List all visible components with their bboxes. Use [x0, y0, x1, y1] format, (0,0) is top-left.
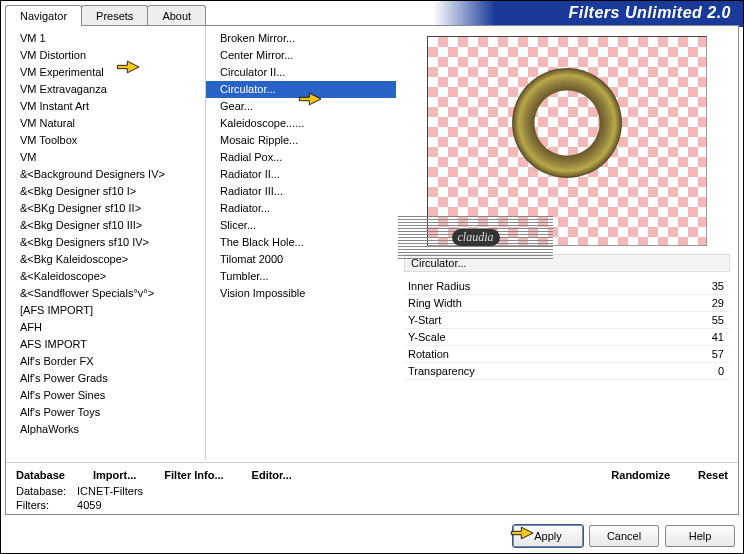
- list-item[interactable]: Alf's Border FX: [6, 353, 205, 370]
- param-label: Transparency: [404, 365, 475, 377]
- list-item[interactable]: VM Toolbox: [6, 132, 205, 149]
- param-row[interactable]: Transparency0: [404, 363, 730, 380]
- param-value: 55: [712, 314, 730, 326]
- param-label: Y-Scale: [404, 331, 446, 343]
- list-item[interactable]: VM Distortion: [6, 47, 205, 64]
- footer-buttons: Apply Cancel Help: [513, 525, 735, 547]
- list-item[interactable]: VM Instant Art: [6, 98, 205, 115]
- list-item[interactable]: Mosaic Ripple...: [206, 132, 396, 149]
- list-item[interactable]: AFH: [6, 319, 205, 336]
- main-panel: VM 1VM DistortionVM ExperimentalVM Extra…: [5, 25, 739, 515]
- status-filters-label: Filters:: [16, 498, 74, 512]
- bottom-toolbar: DatabaseImport...Filter Info...Editor...…: [6, 462, 738, 514]
- list-item[interactable]: Vision Impossible: [206, 285, 396, 302]
- parameter-list: Inner Radius35Ring Width29Y-Start55Y-Sca…: [404, 278, 730, 380]
- list-item[interactable]: Radiator II...: [206, 166, 396, 183]
- tab-about[interactable]: About: [147, 5, 206, 26]
- list-item[interactable]: Broken Mirror...: [206, 30, 396, 47]
- list-item[interactable]: &<Sandflower Specials°v°>: [6, 285, 205, 302]
- preview-canvas: claudia: [427, 36, 707, 246]
- watermark-text: claudia: [452, 229, 500, 246]
- list-item[interactable]: &<Kaleidoscope>: [6, 268, 205, 285]
- toolbar-action[interactable]: Database: [16, 469, 65, 481]
- list-item[interactable]: Tilomat 2000: [206, 251, 396, 268]
- pointer-icon: [297, 89, 325, 109]
- list-item[interactable]: &<Bkg Designer sf10 I>: [6, 183, 205, 200]
- param-row[interactable]: Y-Start55: [404, 312, 730, 329]
- list-item[interactable]: VM Natural: [6, 115, 205, 132]
- list-item[interactable]: Slicer...: [206, 217, 396, 234]
- list-item[interactable]: &<Bkg Designer sf10 III>: [6, 217, 205, 234]
- param-value: 41: [712, 331, 730, 343]
- pointer-icon: [509, 523, 537, 543]
- preview-panel: claudia Circulator... Inner Radius35Ring…: [396, 26, 738, 460]
- param-value: 35: [712, 280, 730, 292]
- list-item[interactable]: &<Background Designers IV>: [6, 166, 205, 183]
- toolbar-action[interactable]: Filter Info...: [164, 469, 223, 481]
- list-item[interactable]: AFS IMPORT: [6, 336, 205, 353]
- tab-navigator[interactable]: Navigator: [5, 5, 82, 26]
- status-db-label: Database:: [16, 484, 74, 498]
- status-bar: Database: ICNET-Filters Filters: 4059: [16, 484, 143, 512]
- list-item[interactable]: Alf's Power Grads: [6, 370, 205, 387]
- list-item[interactable]: VM 1: [6, 30, 205, 47]
- param-row[interactable]: Y-Scale41: [404, 329, 730, 346]
- param-value: 0: [718, 365, 730, 377]
- list-item[interactable]: Radiator III...: [206, 183, 396, 200]
- tab-bar: NavigatorPresetsAbout: [5, 5, 205, 26]
- list-item[interactable]: Kaleidoscope......: [206, 115, 396, 132]
- param-row[interactable]: Ring Width29: [404, 295, 730, 312]
- list-item[interactable]: VM Experimental: [6, 64, 205, 81]
- param-label: Inner Radius: [404, 280, 470, 292]
- toolbar-action[interactable]: Import...: [93, 469, 136, 481]
- list-item[interactable]: VM: [6, 149, 205, 166]
- watermark: claudia: [398, 215, 553, 259]
- list-item[interactable]: VM Extravaganza: [6, 81, 205, 98]
- list-item[interactable]: Circulator II...: [206, 64, 396, 81]
- toolbar-action[interactable]: Randomize: [611, 469, 670, 481]
- list-item[interactable]: &<BKg Designer sf10 II>: [6, 200, 205, 217]
- param-label: Rotation: [404, 348, 449, 360]
- app-banner: Filters Unlimited 2.0: [433, 1, 743, 27]
- pointer-icon: [115, 57, 143, 77]
- toolbar-action[interactable]: Reset: [698, 469, 728, 481]
- toolbar-action[interactable]: Editor...: [252, 469, 292, 481]
- list-item[interactable]: Radial Pox...: [206, 149, 396, 166]
- list-item[interactable]: Radiator...: [206, 200, 396, 217]
- param-label: Y-Start: [404, 314, 441, 326]
- list-item[interactable]: &<Bkg Designers sf10 IV>: [6, 234, 205, 251]
- list-item[interactable]: Alf's Power Toys: [6, 404, 205, 421]
- tab-presets[interactable]: Presets: [81, 5, 148, 26]
- list-item[interactable]: Center Mirror...: [206, 47, 396, 64]
- cancel-button[interactable]: Cancel: [589, 525, 659, 547]
- list-item[interactable]: &<Bkg Kaleidoscope>: [6, 251, 205, 268]
- param-value: 57: [712, 348, 730, 360]
- param-row[interactable]: Rotation57: [404, 346, 730, 363]
- list-item[interactable]: The Black Hole...: [206, 234, 396, 251]
- list-item[interactable]: AlphaWorks: [6, 421, 205, 438]
- category-list[interactable]: VM 1VM DistortionVM ExperimentalVM Extra…: [6, 26, 206, 460]
- preview-ring: [512, 68, 622, 178]
- status-filters-value: 4059: [77, 499, 101, 511]
- param-label: Ring Width: [404, 297, 462, 309]
- list-item[interactable]: Alf's Power Sines: [6, 387, 205, 404]
- list-item[interactable]: Tumbler...: [206, 268, 396, 285]
- param-value: 29: [712, 297, 730, 309]
- param-row[interactable]: Inner Radius35: [404, 278, 730, 295]
- list-item[interactable]: [AFS IMPORT]: [6, 302, 205, 319]
- status-db-value: ICNET-Filters: [77, 485, 143, 497]
- help-button[interactable]: Help: [665, 525, 735, 547]
